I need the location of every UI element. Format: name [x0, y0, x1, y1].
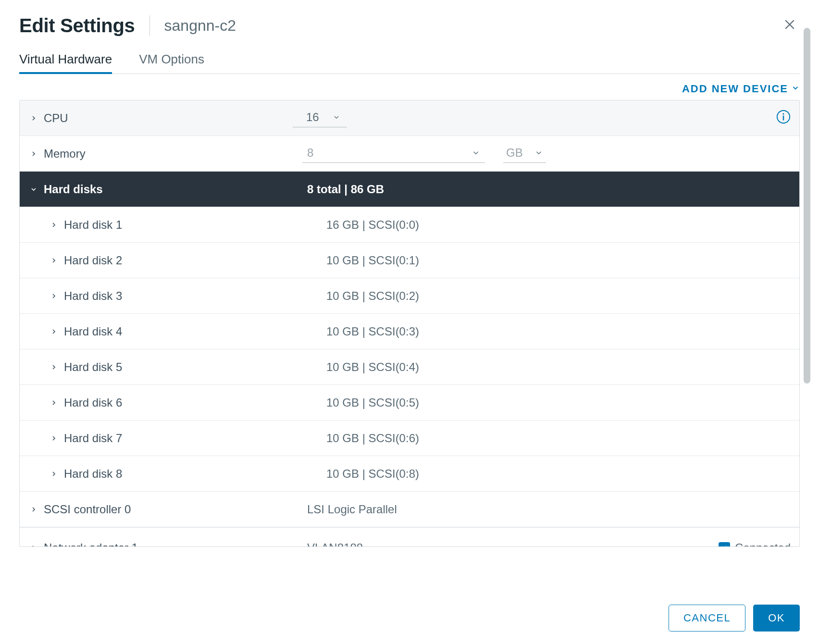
cpu-label: CPU — [44, 111, 68, 125]
disk-summary: 16 GB | SCSI(0:0) — [307, 218, 791, 232]
chevron-down-icon — [791, 83, 800, 95]
disk-label: Hard disk 6 — [64, 396, 122, 409]
chevron-right-icon[interactable] — [49, 221, 59, 229]
connected-label: Connected — [735, 541, 791, 547]
row-hard-disk-1[interactable]: Hard disk 1 16 GB | SCSI(0:0) — [20, 207, 799, 243]
chevron-right-icon[interactable] — [49, 434, 59, 442]
row-scsi-controller-0[interactable]: SCSI controller 0 LSI Logic Parallel — [20, 492, 799, 527]
scsi-label: SCSI controller 0 — [44, 503, 131, 516]
disk-summary: 10 GB | SCSI(0:1) — [307, 254, 791, 267]
tab-vm-options[interactable]: VM Options — [139, 52, 204, 74]
row-hard-disk-6[interactable]: Hard disk 6 10 GB | SCSI(0:5) — [20, 385, 799, 421]
hardware-list: CPU 16 Memory — [19, 100, 800, 547]
chevron-right-icon[interactable] — [49, 257, 59, 264]
cpu-value: 16 — [306, 111, 319, 124]
network-label: Network adapter 1 — [44, 541, 138, 547]
disk-summary: 10 GB | SCSI(0:5) — [307, 396, 791, 409]
info-icon[interactable] — [776, 110, 791, 127]
cpu-dropdown[interactable]: 16 — [293, 109, 347, 127]
memory-editor: GB — [307, 144, 791, 163]
row-hard-disk-4[interactable]: Hard disk 4 10 GB | SCSI(0:3) — [20, 314, 799, 349]
header-divider — [149, 15, 150, 36]
disk-label: Hard disk 4 — [64, 325, 122, 338]
svg-rect-2 — [783, 115, 784, 120]
chevron-right-icon[interactable] — [28, 150, 39, 158]
row-cpu[interactable]: CPU 16 — [20, 100, 799, 136]
disk-summary: 10 GB | SCSI(0:2) — [307, 289, 791, 303]
scrollbar-thumb[interactable] — [804, 28, 810, 384]
row-memory[interactable]: Memory GB — [20, 136, 799, 172]
chevron-down-icon[interactable] — [28, 186, 39, 193]
chevron-right-icon[interactable] — [28, 506, 39, 513]
dialog-header: Edit Settings sangnn-c2 — [19, 14, 800, 37]
disk-label: Hard disk 7 — [64, 432, 122, 445]
row-hard-disk-3[interactable]: Hard disk 3 10 GB | SCSI(0:2) — [20, 278, 799, 314]
svg-point-1 — [782, 113, 784, 114]
chevron-right-icon[interactable] — [49, 399, 59, 407]
chevron-right-icon[interactable] — [49, 328, 59, 335]
add-new-device-label: ADD NEW DEVICE — [682, 83, 788, 95]
disk-label: Hard disk 1 — [64, 218, 122, 232]
chevron-right-icon[interactable] — [28, 544, 39, 547]
chevron-right-icon[interactable] — [49, 363, 59, 371]
disk-label: Hard disk 8 — [64, 467, 122, 481]
row-network-adapter-1[interactable]: Network adapter 1 VLAN8188 Connected — [20, 527, 799, 546]
row-hard-disk-2[interactable]: Hard disk 2 10 GB | SCSI(0:1) — [20, 243, 799, 278]
disk-label: Hard disk 3 — [64, 289, 122, 303]
row-hard-disk-7[interactable]: Hard disk 7 10 GB | SCSI(0:6) — [20, 421, 799, 456]
hard-disks-label: Hard disks — [44, 183, 103, 196]
toolbar: ADD NEW DEVICE — [19, 74, 800, 100]
tab-virtual-hardware[interactable]: Virtual Hardware — [19, 52, 112, 74]
memory-input[interactable] — [307, 146, 326, 160]
disk-summary: 10 GB | SCSI(0:4) — [307, 360, 791, 374]
chevron-right-icon[interactable] — [49, 292, 59, 300]
dialog-subtitle: sangnn-c2 — [164, 17, 236, 35]
ok-button[interactable]: OK — [753, 605, 800, 632]
hard-disks-summary: 8 total | 86 GB — [307, 183, 791, 196]
disk-summary: 10 GB | SCSI(0:8) — [307, 467, 791, 481]
scsi-value: LSI Logic Parallel — [307, 503, 791, 516]
network-value: VLAN8188 — [307, 541, 363, 547]
add-new-device-button[interactable]: ADD NEW DEVICE — [682, 83, 800, 95]
dialog-title: Edit Settings — [19, 15, 135, 37]
tabs: Virtual Hardware VM Options — [19, 52, 800, 74]
disk-label: Hard disk 2 — [64, 254, 122, 267]
connected-checkbox[interactable] — [719, 542, 730, 547]
memory-unit-dropdown[interactable]: GB — [503, 144, 546, 163]
memory-unit: GB — [506, 146, 523, 160]
disk-label: Hard disk 5 — [64, 360, 122, 374]
row-hard-disks[interactable]: Hard disks 8 total | 86 GB — [20, 172, 799, 207]
disk-summary: 10 GB | SCSI(0:3) — [307, 325, 791, 338]
chevron-right-icon[interactable] — [28, 114, 39, 122]
close-icon[interactable] — [780, 14, 800, 37]
memory-value-field[interactable] — [302, 144, 485, 163]
row-hard-disk-8[interactable]: Hard disk 8 10 GB | SCSI(0:8) — [20, 456, 799, 492]
disk-summary: 10 GB | SCSI(0:6) — [307, 432, 791, 445]
row-hard-disk-5[interactable]: Hard disk 5 10 GB | SCSI(0:4) — [20, 349, 799, 385]
cancel-button[interactable]: CANCEL — [669, 605, 745, 632]
dialog-footer: CANCEL OK — [669, 605, 800, 632]
chevron-right-icon[interactable] — [49, 470, 59, 478]
memory-label: Memory — [44, 147, 86, 161]
